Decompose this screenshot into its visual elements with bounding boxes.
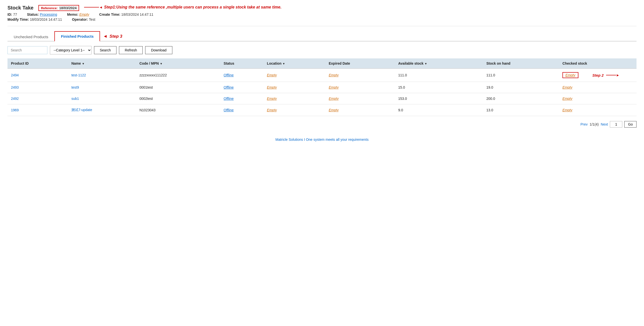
tab-bar: Unchecked Products Finished Products (8, 31, 100, 41)
cell-checked-stock: Empty (559, 104, 636, 116)
col-name: Name ▼ (68, 58, 136, 69)
cell-expired-date: Empty (325, 104, 394, 116)
create-time-value: 18/03/2024 14:47:11 (121, 13, 153, 17)
code-sort-icon[interactable]: ▼ (160, 62, 162, 65)
header-meta-row2: Modify Time: 18/03/2024 14:47:11 Operato… (8, 18, 636, 22)
avail-sort-icon[interactable]: ▼ (424, 62, 427, 65)
cell-stock-on-hand: 19.0 (483, 82, 559, 93)
go-button[interactable]: Go (624, 121, 636, 128)
col-checked-stock: Checked stock (559, 58, 636, 69)
product-id-link[interactable]: 2494 (11, 73, 19, 77)
col-location: Location ▼ (264, 58, 325, 69)
status-value[interactable]: Offline (224, 108, 234, 112)
category-select[interactable]: --Category Level 1-- (50, 46, 92, 54)
cell-product-id: 2492 (8, 93, 68, 104)
location-sort-icon[interactable]: ▼ (282, 62, 285, 65)
page-input[interactable] (610, 121, 622, 128)
col-product-id: Product ID (8, 58, 68, 69)
refresh-button[interactable]: Refresh (119, 46, 143, 54)
operator-label: Operator: (72, 18, 88, 22)
cell-expired-date: Empty (325, 82, 394, 93)
name-sort-icon[interactable]: ▼ (82, 62, 84, 65)
cell-code-mpn: 0002test (136, 93, 220, 104)
location-value[interactable]: Empty (267, 85, 277, 89)
tab-finished-products[interactable]: Finished Products (54, 31, 100, 42)
create-time-label: Create Time: (99, 13, 120, 17)
status-value[interactable]: Processing (40, 13, 57, 17)
status-value[interactable]: Offline (224, 73, 234, 77)
cell-available-stock: 153.0 (394, 93, 483, 104)
footer-text: Matricle Solutions I One system meets al… (275, 138, 368, 142)
products-table: Product ID Name ▼ Code / MPN ▼ Status Lo… (8, 58, 636, 116)
search-input[interactable] (8, 46, 48, 54)
cell-location: Empty (264, 104, 325, 116)
cell-status: Offline (220, 93, 264, 104)
pagination-info: 1/1(4) (590, 122, 599, 126)
checked-stock-box[interactable]: Empty (562, 72, 578, 78)
product-name-link[interactable]: test-1122 (71, 73, 86, 77)
cell-status: Offline (220, 82, 264, 93)
table-row: 2493test90001testOfflineEmptyEmpty15.019… (8, 82, 636, 93)
product-name-link[interactable]: sub1 (71, 97, 79, 101)
cell-checked-stock: Empty (559, 82, 636, 93)
expired-date-value[interactable]: Empty (329, 97, 339, 101)
arrow-line-icon (84, 5, 102, 9)
status-value[interactable]: Offline (224, 97, 234, 101)
id-label: ID: (8, 13, 12, 17)
cell-expired-date: Empty (325, 93, 394, 104)
cell-name: test-1122 (68, 69, 136, 82)
cell-status: Offline (220, 69, 264, 82)
cell-name: 测试7-update (68, 104, 136, 116)
table-row: 2492sub10002testOfflineEmptyEmpty153.020… (8, 93, 636, 104)
product-name-link[interactable]: 测试7-update (71, 108, 92, 112)
memo-label: Memo: (67, 13, 78, 17)
col-status: Status (220, 58, 264, 69)
operator-field: Operator: Test (72, 18, 95, 22)
product-id-link[interactable]: 1969 (11, 108, 19, 112)
cell-expired-date: Empty (325, 69, 394, 82)
reference-value: 18/03/2024 (59, 6, 76, 10)
expired-date-value[interactable]: Empty (329, 73, 339, 77)
next-button[interactable]: Next (601, 122, 608, 126)
checked-stock-value[interactable]: Empty (566, 73, 576, 77)
status-value[interactable]: Offline (224, 85, 234, 89)
product-id-link[interactable]: 2493 (11, 85, 19, 89)
col-expired-date: Expired Date (325, 58, 394, 69)
cell-product-id: 1969 (8, 104, 68, 116)
reference-box: Reference: 18/03/2024 (38, 5, 79, 11)
cell-code-mpn: 0001test (136, 82, 220, 93)
col-stock-on-hand: Stock on hand (483, 58, 559, 69)
prev-button[interactable]: Prev (580, 122, 588, 126)
checked-stock-value[interactable]: Empty (562, 108, 572, 112)
table-row: 1969测试7-updateN1023043OfflineEmptyEmpty9… (8, 104, 636, 116)
product-id-link[interactable]: 2492 (11, 97, 19, 101)
download-button[interactable]: Download (145, 46, 172, 54)
search-button[interactable]: Search (94, 46, 116, 54)
checked-stock-value[interactable]: Empty (562, 85, 572, 89)
cell-product-id: 2493 (8, 82, 68, 93)
expired-date-value[interactable]: Empty (329, 108, 339, 112)
cell-code-mpn: zzzzxxxxx111222 (136, 69, 220, 82)
memo-value[interactable]: Empty (79, 13, 89, 17)
cell-location: Empty (264, 69, 325, 82)
modify-time-value: 18/03/2024 14:47:11 (30, 18, 62, 22)
step2-label-text: Step 2 (592, 73, 604, 77)
checked-stock-value[interactable]: Empty (562, 97, 572, 101)
step3-annotation: Step 3 (110, 34, 122, 39)
status-field: Status: Processing (27, 13, 57, 17)
step1-arrow: Step1:Using the same reference ,multiple… (84, 5, 281, 10)
location-value[interactable]: Empty (267, 97, 277, 101)
product-name-link[interactable]: test9 (71, 85, 79, 89)
expired-date-value[interactable]: Empty (329, 85, 339, 89)
step3-annotation-area: Step 3 (103, 34, 122, 39)
cell-available-stock: 111.0 (394, 69, 483, 82)
tab-unchecked-products[interactable]: Unchecked Products (8, 32, 54, 42)
cell-name: sub1 (68, 93, 136, 104)
col-code-mpn: Code / MPN ▼ (136, 58, 220, 69)
step1-annotation: Step1:Using the same reference ,multiple… (104, 5, 281, 10)
cell-checked-stock: Empty (559, 93, 636, 104)
location-value[interactable]: Empty (267, 108, 277, 112)
location-value[interactable]: Empty (267, 73, 277, 77)
table-header-row: Product ID Name ▼ Code / MPN ▼ Status Lo… (8, 58, 636, 69)
pagination: Prev 1/1(4) Next Go (8, 121, 636, 128)
